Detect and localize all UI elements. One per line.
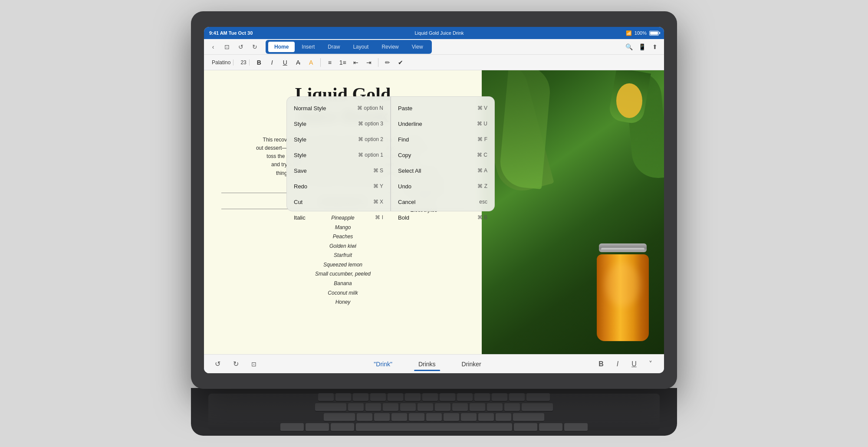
bottom-redo-button[interactable]: ↻ [229, 358, 242, 371]
tab-review[interactable]: Review [375, 42, 404, 52]
bottom-undo-button[interactable]: ↺ [211, 358, 224, 371]
key-e[interactable] [353, 393, 368, 401]
key-f[interactable] [400, 403, 416, 411]
search-button[interactable]: 🔍 [623, 41, 635, 53]
bottom-bold-button[interactable]: B [595, 358, 608, 371]
key-comma[interactable] [478, 413, 494, 421]
spell-suggestion-1[interactable]: Drinks [405, 358, 449, 370]
key-shift-l[interactable] [324, 413, 355, 421]
key-o[interactable] [457, 393, 473, 401]
key-g[interactable] [418, 403, 433, 411]
tab-draw[interactable]: Draw [322, 42, 346, 52]
spell-suggestion-2[interactable]: Drinker [449, 358, 494, 370]
undo-label: Undo [398, 183, 411, 190]
menu-item-italic[interactable]: Italic ⌘ I [287, 210, 390, 225]
key-bracket-r[interactable] [509, 393, 525, 401]
tab-home[interactable]: Home [268, 42, 295, 52]
font-size[interactable]: 23 [238, 59, 249, 66]
key-w[interactable] [335, 393, 351, 401]
key-m[interactable] [461, 413, 477, 421]
key-d[interactable] [383, 403, 398, 411]
key-c[interactable] [391, 413, 407, 421]
key-k[interactable] [470, 403, 485, 411]
key-v[interactable] [409, 413, 424, 421]
indent-less-button[interactable]: ⇤ [351, 57, 361, 68]
key-y[interactable] [405, 393, 421, 401]
key-a[interactable] [348, 403, 364, 411]
review-button[interactable]: ✔ [395, 57, 406, 68]
devices-button[interactable]: 📱 [636, 41, 648, 53]
underline-button[interactable]: U [280, 57, 290, 68]
key-enter[interactable] [522, 403, 553, 411]
menu-item-undo[interactable]: Undo ⌘ Z [391, 178, 494, 194]
key-tab[interactable] [315, 403, 346, 411]
key-u[interactable] [422, 393, 438, 401]
key-h[interactable] [435, 403, 450, 411]
menu-item-paste[interactable]: Paste ⌘ V [391, 100, 494, 116]
menu-item-redo[interactable]: Redo ⌘ Y [287, 178, 390, 194]
menu-item-style-2[interactable]: Style ⌘ option 2 [287, 131, 390, 147]
key-cmd[interactable] [331, 423, 354, 431]
key-alt[interactable] [306, 423, 329, 431]
tab-insert[interactable]: Insert [296, 42, 321, 52]
key-q[interactable] [318, 393, 334, 401]
key-period[interactable] [496, 413, 511, 421]
menu-item-style-3[interactable]: Style ⌘ option 3 [287, 116, 390, 131]
bottom-more-button[interactable]: ˅ [644, 358, 657, 371]
key-s[interactable] [365, 403, 381, 411]
track-changes-button[interactable]: ✏ [382, 57, 393, 68]
menu-item-cancel[interactable]: Cancel esc [391, 194, 494, 210]
tab-view[interactable]: View [406, 42, 429, 52]
menu-item-underline[interactable]: Underline ⌘ U [391, 116, 494, 131]
italic-button[interactable]: I [267, 57, 277, 68]
new-doc-button[interactable]: ⊡ [221, 41, 233, 53]
menu-item-find[interactable]: Find ⌘ F [391, 131, 494, 147]
menu-item-bold[interactable]: Bold ⌘ B [391, 210, 494, 225]
numbered-list-button[interactable]: 1≡ [338, 57, 348, 68]
menu-item-style-1[interactable]: Style ⌘ option 1 [287, 147, 390, 163]
key-l[interactable] [487, 403, 503, 411]
bottom-paste-button[interactable]: ⊡ [247, 358, 260, 371]
key-n[interactable] [444, 413, 459, 421]
key-x[interactable] [374, 413, 390, 421]
menu-item-copy[interactable]: Copy ⌘ C [391, 147, 494, 163]
redo-label: Redo [294, 183, 307, 190]
key-j[interactable] [452, 403, 468, 411]
highlight-button[interactable]: A [306, 57, 316, 68]
menu-item-select-all[interactable]: Select All ⌘ A [391, 163, 494, 178]
menu-item-normal-style[interactable]: Normal Style ⌘ option N [287, 100, 390, 116]
key-i[interactable] [440, 393, 455, 401]
indent-more-button[interactable]: ⇥ [364, 57, 374, 68]
share-button[interactable]: ⬆ [649, 41, 661, 53]
key-p[interactable] [474, 393, 490, 401]
key-r[interactable] [370, 393, 386, 401]
redo-button[interactable]: ↻ [249, 41, 260, 53]
key-space[interactable] [356, 423, 512, 431]
key-semicolon[interactable] [504, 403, 520, 411]
copy-label: Copy [398, 152, 411, 158]
spell-suggestion-quoted[interactable]: "Drink" [361, 358, 405, 370]
key-t[interactable] [388, 393, 403, 401]
key-z[interactable] [357, 413, 372, 421]
key-ctrl[interactable] [280, 423, 304, 431]
key-arrow[interactable] [564, 423, 588, 431]
key-cmd-r[interactable] [514, 423, 537, 431]
font-name[interactable]: Palatino [209, 59, 233, 66]
bullet-list-button[interactable]: ≡ [325, 57, 335, 68]
menu-item-save[interactable]: Save ⌘ S [287, 163, 390, 178]
bottom-italic-button[interactable]: I [611, 358, 624, 371]
key-bracket-l[interactable] [492, 393, 507, 401]
paste-shortcut: ⌘ V [477, 105, 487, 111]
undo-button[interactable]: ↺ [235, 41, 247, 53]
strikethrough-button[interactable]: A̶ [293, 57, 303, 68]
bold-button[interactable]: B [254, 57, 264, 68]
back-button[interactable]: ‹ [207, 41, 219, 53]
status-doc-title: Liquid Gold Juice Drink [415, 30, 464, 36]
key-shift-r[interactable] [513, 413, 544, 421]
key-b[interactable] [426, 413, 442, 421]
bottom-underline-button[interactable]: U [628, 358, 641, 371]
tab-layout[interactable]: Layout [347, 42, 375, 52]
menu-item-cut[interactable]: Cut ⌘ X [287, 194, 390, 210]
key-backspace[interactable] [526, 393, 550, 401]
key-alt-r[interactable] [539, 423, 562, 431]
